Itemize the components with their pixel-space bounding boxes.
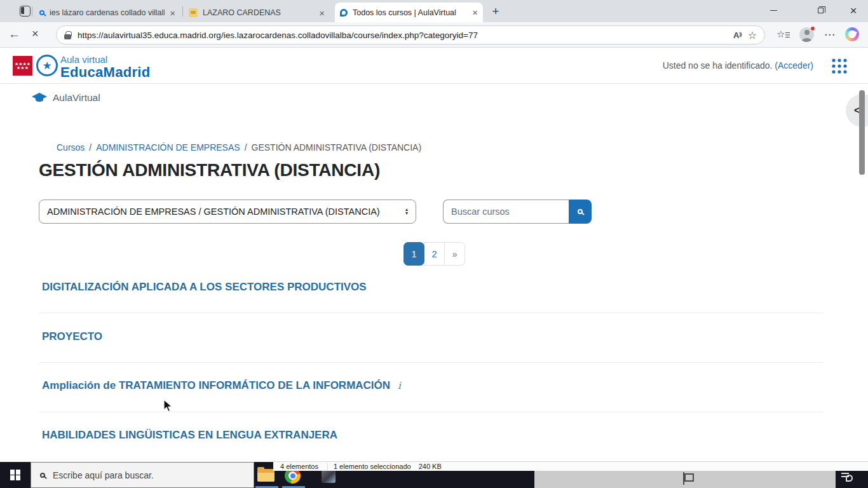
page-next-button[interactable]: »: [444, 242, 465, 266]
tab-lazaro-cardenas[interactable]: LAZARO CARDENAS ×: [184, 3, 330, 22]
status-elements: 4 elementos: [280, 463, 318, 470]
course-link-proyecto[interactable]: PROYECTO: [42, 330, 102, 343]
windows-logo-icon: [10, 470, 21, 480]
login-text: Usted no se ha identificado.: [663, 60, 775, 71]
brand-line-big[interactable]: EducaMadrid: [60, 64, 150, 81]
page-scrollbar-thumb[interactable]: [859, 90, 865, 175]
login-status: Usted no se ha identificado. (Acceder): [663, 60, 813, 71]
start-button[interactable]: [0, 462, 31, 488]
course-link-digitalizacion[interactable]: DIGITALIZACIÓN APLICADA A LOS SECTORES P…: [42, 281, 367, 294]
course-link-ampliacion-tratamiento[interactable]: Ampliación de TRATAMIENTO INFORMÁTICO DE…: [42, 379, 401, 392]
page-title: GESTIÓN ADMINISTRATIVA (DISTANCIA): [39, 160, 380, 180]
taskbar-search-icon: [40, 473, 45, 478]
new-tab-button[interactable]: +: [488, 4, 503, 19]
tab-todos-los-cursos[interactable]: Todos los cursos | AulaVirtual ×: [335, 3, 483, 22]
minimize-icon: [770, 10, 777, 11]
search-favicon-icon: [39, 10, 44, 15]
taskbar-search-box[interactable]: [31, 462, 254, 488]
profile-avatar[interactable]: [799, 27, 814, 42]
read-aloud-icon[interactable]: A: [733, 30, 742, 40]
close-window-button[interactable]: ×: [839, 0, 868, 21]
course-link-habilidades-linguisticas[interactable]: HABILIDADES LINGÜISTICAS EN LENGUA EXTRA…: [42, 429, 337, 442]
screen: ies lázaro cardenas collado villalb × LA…: [0, 0, 868, 488]
aulavirtual-favicon-icon: [340, 9, 348, 17]
copilot-icon[interactable]: [845, 27, 859, 41]
tab-title: LAZARO CARDENAS: [203, 8, 314, 17]
logo-star-glyph: ★: [42, 59, 51, 72]
page-1-button[interactable]: 1: [403, 242, 424, 266]
brand-line-small: Aula virtual: [60, 54, 107, 65]
page-2-button[interactable]: 2: [424, 242, 445, 266]
tab-separator: [32, 6, 32, 17]
flag-stars-row: ★★★: [17, 66, 29, 70]
favorites-star-glyph: ☆: [776, 29, 785, 40]
add-favorite-icon[interactable]: ☆: [748, 29, 757, 41]
graduation-cap-icon: [32, 93, 47, 104]
close-tab-icon[interactable]: ×: [472, 8, 478, 17]
status-size: 240 KB: [419, 463, 442, 470]
flag-tray-icon[interactable]: [682, 472, 693, 485]
minimize-button[interactable]: [759, 0, 788, 21]
status-separator: [327, 463, 328, 470]
close-tab-icon[interactable]: ×: [170, 8, 175, 18]
sidebar-item-aulavirtual[interactable]: AulaVirtual: [32, 92, 100, 104]
restore-button[interactable]: [806, 0, 835, 21]
tab-separator: [182, 6, 183, 17]
category-select-value: ADMINISTRACIÓN DE EMPRESAS / GESTIÓN ADM…: [47, 207, 405, 217]
course-divider: [39, 313, 823, 313]
notification-dot: [810, 26, 815, 31]
favorites-bar-icon[interactable]: ☆: [776, 29, 790, 40]
course-search-input[interactable]: [443, 200, 569, 224]
pen-workspace-icon[interactable]: [841, 472, 853, 482]
close-tab-icon[interactable]: ×: [319, 8, 325, 18]
educamadrid-circle-logo[interactable]: ★: [36, 55, 58, 76]
select-down-glyph: ▾: [405, 212, 408, 216]
course-name: Ampliación de TRATAMIENTO INFORMÁTICO DE…: [42, 379, 390, 391]
favorites-lines-glyph: [785, 31, 790, 38]
course-search-button[interactable]: [569, 200, 592, 224]
header-divider: [0, 83, 868, 84]
madrid-flag-logo[interactable]: ★★★★ ★★★: [13, 56, 32, 76]
browser-titlebar: ies lázaro cardenas collado villalb × LA…: [0, 0, 868, 22]
course-divider: [39, 362, 823, 363]
file-explorer-taskbar-icon[interactable]: [257, 469, 275, 482]
address-bar[interactable]: https://aulavirtual35.educa.madrid.org/i…: [56, 25, 765, 44]
url-text[interactable]: https://aulavirtual35.educa.madrid.org/i…: [78, 30, 727, 40]
tab-ies-lazaro[interactable]: ies lázaro cardenas collado villalb ×: [33, 3, 180, 22]
lock-icon[interactable]: [64, 34, 71, 39]
pagination: 1 2 »: [403, 242, 465, 266]
mouse-cursor: [163, 399, 173, 413]
taskbar-search-input[interactable]: [53, 470, 254, 480]
search-icon: [578, 209, 583, 214]
settings-more-icon[interactable]: ⋯: [824, 28, 835, 41]
back-button[interactable]: ←: [8, 27, 20, 41]
breadcrumb-separator: /: [245, 142, 247, 152]
category-select[interactable]: ADMINISTRACIÓN DE EMPRESAS / GESTIÓN ADM…: [39, 200, 416, 224]
stop-button[interactable]: ×: [32, 27, 39, 41]
tab-actions-menu-icon[interactable]: [20, 6, 31, 17]
login-link[interactable]: (Acceder): [775, 60, 813, 71]
nav-home-label: AulaVirtual: [53, 92, 100, 104]
breadcrumb-cursos[interactable]: Cursos: [57, 142, 85, 152]
site-favicon-icon: [189, 8, 198, 17]
status-selected: 1 elemento seleccionado: [334, 463, 411, 470]
tab-title: Todos los cursos | AulaVirtual: [353, 8, 467, 17]
info-icon[interactable]: i: [398, 380, 401, 391]
tab-title: ies lázaro cardenas collado villalb: [50, 8, 165, 17]
course-divider: [39, 412, 823, 412]
breadcrumb: Cursos/ADMINISTRACIÓN DE EMPRESAS/GESTIÓ…: [57, 142, 421, 152]
breadcrumb-current: GESTIÓN ADMINISTRATIVA (DISTANCIA): [252, 142, 422, 152]
breadcrumb-separator: /: [89, 142, 92, 152]
page-content: ★★★★ ★★★ ★ Aula virtual EducaMadrid Uste…: [0, 48, 868, 462]
apps-grid-icon[interactable]: [831, 58, 848, 74]
restore-icon: [818, 8, 824, 13]
select-arrows-icon: ▴ ▾: [405, 208, 408, 216]
breadcrumb-administracion[interactable]: ADMINISTRACIÓN DE EMPRESAS: [96, 142, 240, 152]
browser-toolbar: ← × https://aulavirtual35.educa.madrid.o…: [0, 22, 868, 48]
explorer-status-bar: 4 elementos 1 elemento seleccionado 240 …: [273, 461, 868, 471]
